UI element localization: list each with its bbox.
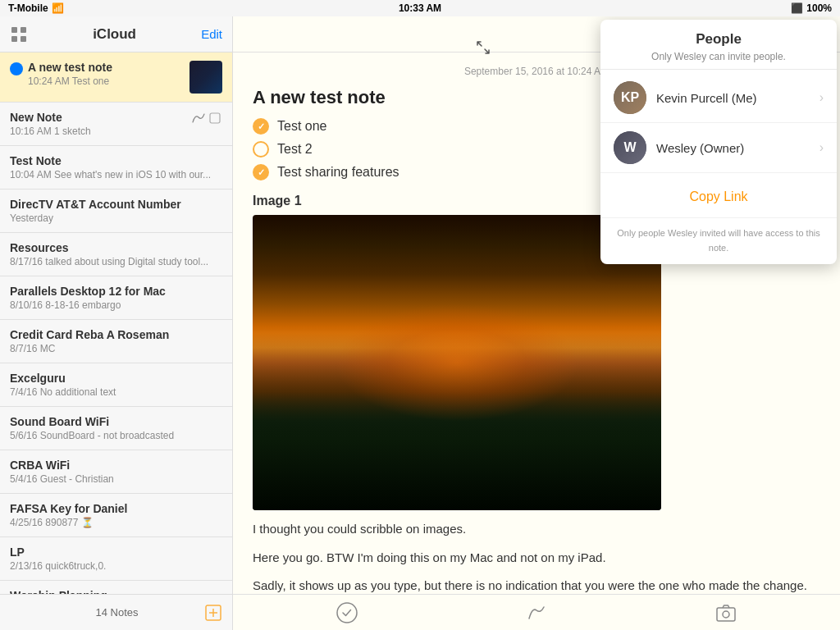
checklist-text-2: Test 2 xyxy=(277,142,313,157)
note-item-9[interactable]: Sound Board WiFi 5/6/16 SoundBoard - not… xyxy=(0,407,232,450)
copy-link-button[interactable]: Copy Link xyxy=(614,186,824,208)
note-item-header: Credit Card Reba A Roseman 8/7/16 MC xyxy=(10,328,222,354)
note-info: Sound Board WiFi 5/6/16 SoundBoard - not… xyxy=(10,415,174,441)
sketch-icons xyxy=(191,111,222,126)
people-panel-footer-text: Only people Wesley invited will have acc… xyxy=(617,228,819,253)
note-item-title: DirecTV AT&T Account Number xyxy=(10,198,181,211)
people-panel-footer: Only people Wesley invited will have acc… xyxy=(600,218,837,264)
note-item-header: LP 2/13/16 quick6truck,0. xyxy=(10,546,222,572)
sidebar-grid-icon[interactable] xyxy=(10,25,28,43)
note-item-3[interactable]: Test Note 10:04 AM See what's new in iOS… xyxy=(0,146,232,189)
note-item-meta: 5/4/16 Guest - Christian xyxy=(10,473,114,485)
note-item-meta: 8/17/16 talked about using Digital study… xyxy=(10,256,208,267)
status-right: ⬛ 100% xyxy=(791,2,832,14)
carrier-label: T-Mobile xyxy=(8,2,48,14)
content-bottom-toolbar xyxy=(233,594,840,630)
note-body-3: Sadly, it shows up as you type, but ther… xyxy=(253,577,820,594)
note-item-5[interactable]: Resources 8/17/16 talked about using Dig… xyxy=(0,233,232,276)
battery-label: 100% xyxy=(806,2,832,14)
note-body-2: Here you go. BTW I'm doing this on my Ma… xyxy=(253,549,820,568)
note-item-8[interactable]: Excelguru 7/4/16 No additional text xyxy=(0,363,232,407)
person-item-kevin[interactable]: KP Kevin Purcell (Me) › xyxy=(600,73,837,123)
note-item-meta: 8/10/16 8-18-16 embargo xyxy=(10,299,166,311)
chevron-right-icon-wesley: › xyxy=(819,140,824,155)
note-info: Test Note 10:04 AM See what's new in iOS… xyxy=(10,154,211,180)
sidebar-title: iCloud xyxy=(93,26,136,43)
checkbox-1[interactable] xyxy=(253,118,269,135)
person-name-wesley: Wesley (Owner) xyxy=(656,141,819,155)
svg-rect-1 xyxy=(21,27,26,33)
note-body-1: I thought you could scribble on images. xyxy=(253,520,820,539)
note-item-6[interactable]: Parallels Desktop 12 for Mac 8/10/16 8-1… xyxy=(0,276,232,320)
note-item-meta: 10:24 AM Test one xyxy=(28,75,112,87)
bluetooth-icon: ⬛ xyxy=(791,2,803,14)
note-item-title: LP xyxy=(10,546,106,559)
note-item-title: Sound Board WiFi xyxy=(10,415,174,428)
note-item-header: Excelguru 7/4/16 No additional text xyxy=(10,372,222,398)
status-time: 10:33 AM xyxy=(399,2,441,14)
note-item-meta: 8/7/16 MC xyxy=(10,343,169,354)
note-item-title: Test Note xyxy=(10,154,211,167)
scribble-button[interactable] xyxy=(526,602,547,623)
note-item-left: Credit Card Reba A Roseman 8/7/16 MC xyxy=(10,328,169,354)
note-item-left: Parallels Desktop 12 for Mac 8/10/16 8-1… xyxy=(10,285,166,311)
avatar-kevin: KP xyxy=(614,81,646,114)
note-info: Parallels Desktop 12 for Mac 8/10/16 8-1… xyxy=(10,285,166,311)
copy-link-section: Copy Link xyxy=(600,176,837,218)
status-bar: T-Mobile 📶 10:33 AM ⬛ 100% xyxy=(0,0,840,16)
person-name-kevin: Kevin Purcell (Me) xyxy=(656,91,819,105)
note-item-meta: 10:16 AM 1 sketch xyxy=(10,126,91,137)
note-item-left: Resources 8/17/16 talked about using Dig… xyxy=(10,241,208,267)
checkbox-3[interactable] xyxy=(253,164,269,180)
note-item-left: FAFSA Key for Daniel 4/25/16 890877 ⏳ xyxy=(10,502,127,528)
note-item-header: Resources 8/17/16 talked about using Dig… xyxy=(10,241,222,267)
people-panel: People Only Wesley can invite people. KP… xyxy=(600,20,837,264)
notes-count: 14 Notes xyxy=(30,606,204,619)
edit-button[interactable]: Edit xyxy=(201,27,222,41)
note-info: A new test note 10:24 AM Test one xyxy=(28,61,112,87)
note-item-title: New Note xyxy=(10,111,91,124)
note-item-meta: 5/6/16 SoundBoard - not broadcasted xyxy=(10,430,174,441)
checkmark-button[interactable] xyxy=(336,602,358,623)
svg-rect-12 xyxy=(717,608,735,621)
note-item-left: A new test note 10:24 AM Test one xyxy=(10,61,112,87)
note-item-2[interactable]: New Note 10:16 AM 1 sketch xyxy=(0,103,232,146)
active-dot xyxy=(10,62,23,75)
note-list: A new test note 10:24 AM Test one New No… xyxy=(0,52,232,594)
note-item-meta: 4/25/16 890877 ⏳ xyxy=(10,517,127,528)
checklist-text-1: Test one xyxy=(277,119,326,134)
people-panel-title: People xyxy=(614,31,824,48)
note-item-4[interactable]: DirecTV AT&T Account Number Yesterday xyxy=(0,189,232,233)
people-panel-subtitle: Only Wesley can invite people. xyxy=(614,51,824,62)
note-info: Credit Card Reba A Roseman 8/7/16 MC xyxy=(10,328,169,354)
note-info: Excelguru 7/4/16 No additional text xyxy=(10,372,116,398)
people-list: KP Kevin Purcell (Me) › W Wesley (Owner)… xyxy=(600,70,837,176)
compose-button[interactable] xyxy=(204,604,222,622)
note-item-1[interactable]: A new test note 10:24 AM Test one xyxy=(0,52,232,103)
note-info: LP 2/13/16 quick6truck,0. xyxy=(10,546,106,572)
expand-button[interactable] xyxy=(475,39,491,56)
note-info: DirecTV AT&T Account Number Yesterday xyxy=(10,198,181,224)
person-item-wesley[interactable]: W Wesley (Owner) › xyxy=(600,123,837,173)
note-item-title: Excelguru xyxy=(10,372,116,385)
note-item-left: New Note 10:16 AM 1 sketch xyxy=(10,111,91,137)
note-item-11[interactable]: FAFSA Key for Daniel 4/25/16 890877 ⏳ xyxy=(0,494,232,537)
note-item-10[interactable]: CRBA WiFi 5/4/16 Guest - Christian xyxy=(0,450,232,494)
status-left: T-Mobile 📶 xyxy=(8,2,64,14)
sidebar: iCloud Edit A new test note 10:24 AM Tes… xyxy=(0,16,233,630)
checkbox-2[interactable] xyxy=(253,141,269,158)
note-info: New Note 10:16 AM 1 sketch xyxy=(10,111,91,137)
note-item-header: A new test note 10:24 AM Test one xyxy=(10,61,222,94)
note-item-left: CRBA WiFi 5/4/16 Guest - Christian xyxy=(10,459,114,485)
note-item-title: FAFSA Key for Daniel xyxy=(10,502,127,515)
note-info: Resources 8/17/16 talked about using Dig… xyxy=(10,241,208,267)
camera-button[interactable] xyxy=(715,602,737,623)
note-thumbnail xyxy=(189,61,222,94)
note-item-7[interactable]: Credit Card Reba A Roseman 8/7/16 MC xyxy=(0,320,232,363)
note-item-meta: 7/4/16 No additional text xyxy=(10,386,116,398)
note-item-12[interactable]: LP 2/13/16 quick6truck,0. xyxy=(0,537,232,581)
note-info: FAFSA Key for Daniel 4/25/16 890877 ⏳ xyxy=(10,502,127,528)
svg-rect-0 xyxy=(11,27,17,33)
note-item-13[interactable]: Worship Planning 12/10/15 Evaluation – p… xyxy=(0,581,232,594)
note-item-title: A new test note xyxy=(28,61,112,74)
